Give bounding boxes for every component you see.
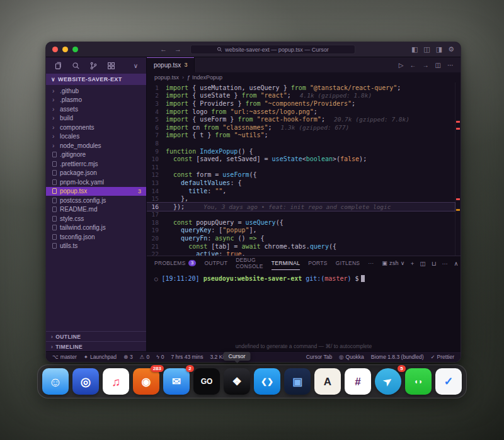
toggle-secondary-sidebar-icon[interactable]: ◨: [436, 46, 442, 53]
status-errors[interactable]: ⊗3: [123, 354, 133, 360]
search-icon[interactable]: [72, 62, 80, 70]
dock-app-devtool[interactable]: ▣: [284, 368, 311, 395]
titlebar[interactable]: ←→ website-saver-ext — popup.tsx — Curso…: [46, 42, 461, 57]
file-row-node_modules[interactable]: ›node_modules: [46, 141, 146, 150]
dock-app-things[interactable]: ✓: [435, 368, 462, 395]
status-biome[interactable]: Biome 1.8.3 (bundled): [371, 354, 424, 360]
maximize-panel-icon[interactable]: ∧: [454, 260, 458, 267]
dock-app-mail[interactable]: ✉2: [163, 368, 190, 395]
file-row-style.css[interactable]: style.css: [46, 214, 146, 223]
back-icon[interactable]: ←: [160, 46, 167, 53]
code-line-2[interactable]: 2import { useState } from "react";4.1k (…: [147, 92, 455, 100]
dock-app-wechat[interactable]: ◖◗: [405, 368, 432, 395]
forward-icon[interactable]: →: [175, 46, 181, 53]
new-terminal-icon[interactable]: +: [411, 260, 415, 267]
file-row-popup.tsx[interactable]: popup.tsx3: [46, 187, 146, 196]
more-actions-icon[interactable]: ⋯: [442, 260, 449, 267]
panel-tab-output[interactable]: OUTPUT: [204, 256, 227, 270]
code-line-8[interactable]: 8: [147, 139, 455, 147]
file-row-README.md[interactable]: README.md: [46, 205, 146, 215]
section-timeline[interactable]: ›TIMELINE: [46, 341, 146, 351]
kill-terminal-icon[interactable]: ⊔: [432, 260, 437, 267]
code-line-5[interactable]: 5import { useForm } from "react-hook-for…: [147, 115, 455, 123]
code-line-1[interactable]: 1import { useMutation, useQuery } from "…: [147, 84, 455, 92]
extensions-icon[interactable]: [107, 62, 115, 70]
file-row-postcss.config.js[interactable]: postcss.config.js: [46, 196, 146, 205]
collapse-icon[interactable]: ∨: [134, 62, 138, 69]
code-line-16[interactable]: 16 });You, 3 days ago • feat: init repo …: [147, 203, 455, 211]
code-line-20[interactable]: 20 queryFn: async () => {: [147, 234, 455, 242]
dock-app-music[interactable]: ♫: [103, 368, 129, 395]
back-icon[interactable]: ←: [410, 62, 416, 69]
dock-app-cursor[interactable]: Cursor❖: [224, 368, 250, 395]
status-git-branch[interactable]: ⌥master: [52, 354, 77, 360]
code-line-21[interactable]: 21 const [tab] = await chrome.tabs.query…: [147, 242, 455, 251]
code-line-13[interactable]: 13 defaultValues: {: [147, 179, 455, 187]
status-quokka[interactable]: ◎Quokka: [339, 354, 364, 360]
dock-app-telegram[interactable]: ➤5: [375, 368, 401, 395]
panel-tab-ports[interactable]: PORTS: [308, 256, 328, 270]
dock-app-reeder[interactable]: ◉283: [133, 368, 159, 395]
shell-selector[interactable]: ▣zsh∨: [382, 260, 405, 266]
file-row-.plasmo[interactable]: ›.plasmo: [46, 96, 146, 105]
file-row-package.json[interactable]: package.json: [46, 169, 146, 178]
file-row-tailwind.config.js[interactable]: tailwind.config.js: [46, 223, 146, 233]
toggle-panel-icon[interactable]: ◫: [423, 46, 430, 53]
split-terminal-icon[interactable]: ◫: [420, 260, 426, 267]
status-zap[interactable]: ϟ0: [156, 354, 164, 360]
status-prettier[interactable]: ✓Prettier: [430, 354, 454, 360]
panel-tab-more[interactable]: ⋯: [368, 256, 374, 270]
dock-app-vscode[interactable]: ❮❯: [254, 368, 280, 395]
run-icon[interactable]: ▷: [399, 62, 404, 69]
panel-tab-gitlens[interactable]: GITLENS: [336, 256, 360, 270]
explorer-icon[interactable]: [54, 62, 62, 70]
dock-app-go[interactable]: GO: [193, 368, 220, 395]
minimize-button[interactable]: [62, 47, 68, 52]
file-row-.github[interactable]: ›.github: [46, 86, 146, 96]
code-line-14[interactable]: 14 title: "",: [147, 187, 455, 195]
status-wakatime[interactable]: 7 hrs 43 mins: [171, 354, 203, 360]
file-row-assets[interactable]: ›assets: [46, 104, 146, 114]
dock-app-slack[interactable]: #: [345, 368, 371, 395]
zoom-button[interactable]: [72, 47, 78, 52]
dock-app-arc[interactable]: A: [314, 368, 341, 395]
toggle-primary-sidebar-icon[interactable]: ◧: [411, 46, 418, 53]
explorer-header[interactable]: ∨ WEBSITE-SAVER-EXT: [46, 74, 146, 85]
status-cursor-tab[interactable]: Cursor Tab: [306, 354, 332, 360]
panel-tab-problems[interactable]: PROBLEMS3: [154, 256, 196, 270]
panel-tab-debug-console[interactable]: DEBUG CONSOLE: [236, 256, 263, 270]
settings-gear-icon[interactable]: ⚙: [448, 46, 454, 53]
close-button[interactable]: [52, 47, 58, 52]
code-line-9[interactable]: 9function IndexPopup() {: [147, 147, 455, 155]
source-control-icon[interactable]: [89, 62, 98, 70]
panel-tab-terminal[interactable]: TERMINAL: [272, 256, 300, 270]
status-launchpad[interactable]: ✦Launchpad: [84, 354, 117, 360]
code-line-18[interactable]: 18 const popupQuery = useQuery({: [147, 218, 455, 227]
file-row-locales[interactable]: ›locales: [46, 132, 146, 142]
forward-icon[interactable]: →: [423, 62, 429, 69]
dock-app-finder[interactable]: ☺: [42, 368, 69, 395]
dock-app-browser[interactable]: ◎: [72, 368, 99, 395]
code-line-4[interactable]: 4import logo from "url:~assets/logo.png"…: [147, 108, 455, 116]
code-line-3[interactable]: 3import { Providers } from "~components/…: [147, 99, 455, 108]
terminal[interactable]: ○[19:11:20] pseudoyu:website-saver-ext g…: [147, 270, 461, 351]
status-warnings[interactable]: ⚠0: [140, 354, 149, 360]
split-editor-icon[interactable]: ◫: [435, 62, 441, 69]
section-outline[interactable]: ›OUTLINE: [46, 331, 146, 341]
overview-ruler[interactable]: [455, 82, 461, 256]
file-row-components[interactable]: ›components: [46, 123, 146, 132]
breadcrumb-item[interactable]: popup.tsx: [154, 74, 179, 81]
file-row-utils.ts[interactable]: utils.ts: [46, 242, 146, 251]
file-row-.gitignore[interactable]: .gitignore: [46, 150, 146, 160]
window-title-pill[interactable]: website-saver-ext — popup.tsx — Cursor: [190, 45, 355, 54]
tab-popup-tsx[interactable]: popup.tsx 3: [147, 57, 195, 72]
code-line-10[interactable]: 10 const [saved, setSaved] = useState<bo…: [147, 155, 455, 163]
code-editor[interactable]: 1import { useMutation, useQuery } from "…: [147, 82, 461, 256]
code-line-12[interactable]: 12 const form = useForm({: [147, 171, 455, 179]
code-line-7[interactable]: 7import { t } from "~utils";: [147, 132, 455, 140]
file-row-pnpm-lock.yaml[interactable]: pnpm-lock.yaml: [46, 178, 146, 187]
code-line-19[interactable]: 19 queryKey: ["popup"],: [147, 227, 455, 235]
code-line-11[interactable]: 11: [147, 163, 455, 171]
code-line-17[interactable]: 17: [147, 211, 455, 219]
breadcrumb-item[interactable]: ƒIndexPopup: [187, 74, 222, 81]
